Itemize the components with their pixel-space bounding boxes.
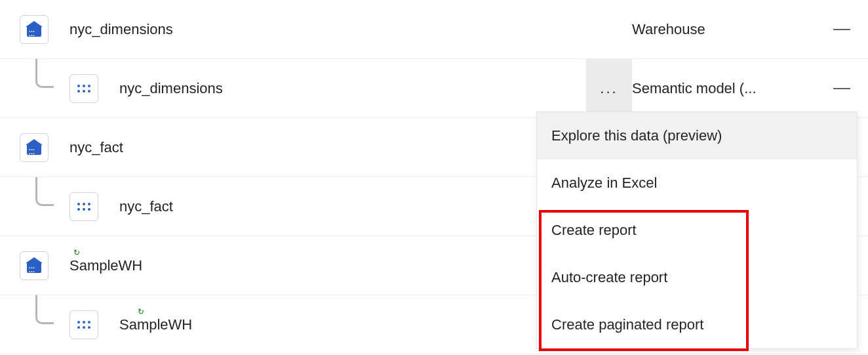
refresh-status-icon: ↻ xyxy=(136,307,146,316)
semantic-model-icon xyxy=(69,310,98,339)
tree-elbow-icon xyxy=(35,59,54,88)
menu-item-auto-create-report[interactable]: Auto-create report xyxy=(537,254,857,301)
item-name[interactable]: nyc_dimensions xyxy=(98,80,586,97)
warehouse-icon: ▪▪▪▪▪▪ xyxy=(20,133,49,162)
menu-item-explore-data[interactable]: Explore this data (preview) xyxy=(537,112,857,159)
menu-item-analyze-excel[interactable]: Analyze in Excel xyxy=(537,159,857,207)
menu-item-create-report[interactable]: Create report xyxy=(537,207,857,254)
endorsement-dash xyxy=(816,29,868,30)
more-options-button[interactable]: ... xyxy=(586,59,632,118)
semantic-model-icon xyxy=(69,74,98,103)
item-type: Warehouse xyxy=(632,21,816,38)
item-name[interactable]: SampleWH xyxy=(49,257,586,274)
item-name[interactable]: nyc_dimensions xyxy=(49,21,586,38)
tree-elbow-icon xyxy=(35,177,54,206)
list-row-semantic-model[interactable]: nyc_dimensions ... Semantic model (... xyxy=(0,59,868,118)
warehouse-icon: ▪▪▪▪▪▪ xyxy=(20,15,49,44)
item-name[interactable]: nyc_fact xyxy=(98,198,586,215)
item-type: Semantic model (... xyxy=(632,80,816,97)
item-name[interactable]: nyc_fact xyxy=(49,139,586,156)
tree-elbow-icon xyxy=(35,295,54,324)
warehouse-icon: ▪▪▪▪▪▪ xyxy=(20,251,49,280)
item-name[interactable]: SampleWH xyxy=(98,316,586,333)
endorsement-dash xyxy=(816,88,868,89)
semantic-model-icon xyxy=(69,192,98,221)
refresh-status-icon: ↻ xyxy=(72,248,81,257)
menu-item-create-paginated-report[interactable]: Create paginated report xyxy=(537,301,857,348)
list-row-warehouse[interactable]: ▪▪▪▪▪▪ nyc_dimensions Warehouse xyxy=(0,0,868,59)
context-menu: Explore this data (preview) Analyze in E… xyxy=(536,112,858,349)
